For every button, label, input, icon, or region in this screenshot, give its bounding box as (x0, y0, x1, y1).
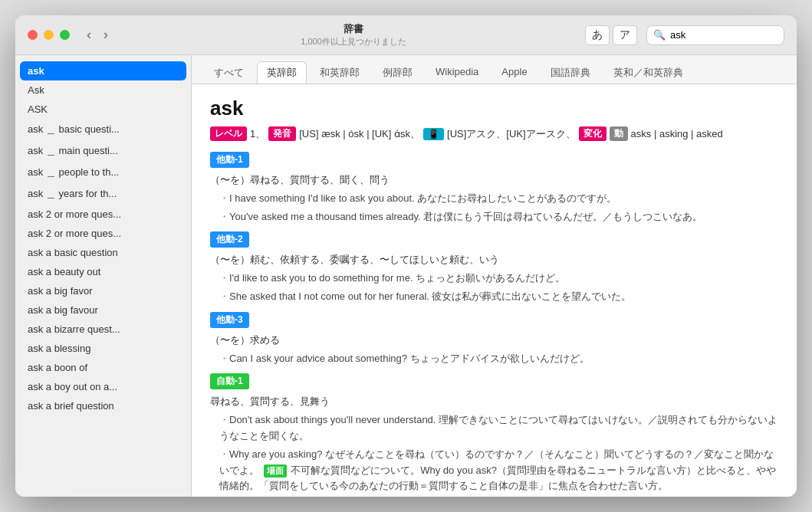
definition-tadou2: （〜を）頼む、依頼する、委嘱する、〜してほしいと頼む、いう (210, 252, 778, 268)
sidebar-item-ask-basic-question[interactable]: ask a basic question (15, 243, 191, 262)
maximize-button[interactable] (60, 30, 70, 40)
katakana-button[interactable]: ア (613, 25, 637, 45)
tab-eiwajiten[interactable]: 英和／和英辞典 (603, 61, 693, 84)
level-num: 1、 (250, 127, 265, 141)
pronunciation-text: [US] æsk | ósk | [UK] ɑ́sk、 (299, 127, 420, 141)
tab-reijiro[interactable]: 例辞郎 (373, 61, 422, 84)
sidebar-item-ask-years[interactable]: ask ＿ years for th... (15, 183, 191, 205)
content-area: ask Ask ASK ask ＿ basic questi... ask ＿ … (15, 55, 797, 497)
sidebar-item-ask-boy-out-on[interactable]: ask a boy out on a... (15, 377, 191, 396)
main-panel: すべて 英辞郎 和英辞郎 例辞郎 Wikipedia Apple 国語辞典 英和… (192, 55, 797, 497)
titlebar: ‹ › 辞書 1,000件以上見つかりました あ ア 🔍 ✕ (15, 15, 797, 55)
sidebar-item-ask[interactable]: ask (20, 61, 186, 80)
title-area: 辞書 1,000件以上見つかりました (122, 22, 585, 48)
sidebar-item-ask-basic-questi[interactable]: ask ＿ basic questi... (15, 119, 191, 140)
tabs-bar: すべて 英辞郎 和英辞郎 例辞郎 Wikipedia Apple 国語辞典 英和… (192, 55, 797, 84)
sidebar-item-ask-big-favour[interactable]: ask a big favour (15, 300, 191, 320)
section-header-tadou2: 他動-2 (210, 231, 249, 248)
sidebar-item-Ask[interactable]: Ask (15, 80, 191, 100)
sidebar-item-ask-blessing[interactable]: ask a blessing (15, 339, 191, 358)
window-title: 辞書 (344, 22, 363, 36)
definition-area: ask レベル 1、 発音 [US] æsk | ósk | [UK] ɑ́sk… (192, 84, 797, 497)
basho-badge: 場面 (264, 464, 287, 478)
close-button[interactable] (28, 30, 38, 40)
tab-all[interactable]: すべて (204, 61, 254, 84)
sidebar-item-ask-2-or-more-1[interactable]: ask 2 or more ques... (15, 205, 191, 224)
sidebar-item-ask-boon-of[interactable]: ask a boon of (15, 358, 191, 377)
example-tadou2-2: She asked that I not come out for her fu… (219, 289, 778, 305)
sidebar-item-ask-people-to-th[interactable]: ask ＿ people to th... (15, 162, 191, 183)
sidebar-item-ask-main-questi[interactable]: ask ＿ main questi... (15, 140, 191, 162)
sidebar-item-ask-bizarre-quest[interactable]: ask a bizarre quest... (15, 320, 191, 339)
back-button[interactable]: ‹ (82, 24, 96, 46)
search-icon: 🔍 (653, 29, 666, 41)
tab-wikipedia[interactable]: Wikipedia (426, 61, 488, 84)
window-subtitle: 1,000件以上見つかりました (301, 36, 406, 48)
section-header-tadou3: 他動-3 (210, 312, 249, 328)
sidebar: ask Ask ASK ask ＿ basic questi... ask ＿ … (15, 55, 192, 497)
definition-tadou1: （〜を）尋ねる、質問する、聞く、問う (210, 172, 778, 189)
tab-kokugo[interactable]: 国語辞典 (541, 61, 600, 84)
tab-waeijiro[interactable]: 和英辞郎 (310, 61, 370, 84)
forms-text: asks | asking | asked (631, 128, 723, 139)
change-badge: 変化 (579, 126, 607, 141)
sidebar-item-ASK[interactable]: ASK (15, 100, 191, 119)
traffic-lights (28, 30, 70, 40)
search-input[interactable] (670, 29, 797, 41)
example-tadou1-2: You've asked me a thousand times already… (219, 209, 778, 225)
minimize-button[interactable] (44, 30, 54, 40)
example-jidou1-2: Why are you asking? なぜそんなことを尋ね（てい）るのですか？… (219, 447, 778, 494)
app-window: ‹ › 辞書 1,000件以上見つかりました あ ア 🔍 ✕ ask Ask A… (15, 15, 797, 497)
level-row: レベル 1、 発音 [US] æsk | ósk | [UK] ɑ́sk、 📱 … (210, 126, 778, 141)
memory-badge: 📱 (423, 128, 444, 140)
tab-apple[interactable]: Apple (491, 61, 537, 84)
sidebar-item-ask-beauty-out[interactable]: ask a beauty out (15, 262, 191, 281)
entry-word: ask (210, 97, 778, 120)
pos-badge: 動 (610, 126, 628, 141)
definition-jidou1: 尋ねる、質問する、見舞う (210, 394, 778, 410)
hiragana-button[interactable]: あ (585, 25, 610, 45)
memory-text: [US]アスク、[UK]アースク、 (447, 127, 576, 141)
example-jidou1-1: Don't ask about things you'll never unde… (219, 412, 778, 445)
sidebar-item-ask-big-favor[interactable]: ask a big favor (15, 281, 191, 300)
sidebar-item-ask-brief-question[interactable]: ask a brief question (15, 396, 191, 415)
search-box: 🔍 ✕ (646, 25, 784, 45)
level-badge: レベル (210, 126, 247, 141)
pronunciation-badge: 発音 (268, 126, 296, 141)
definition-tadou3: （〜を）求める (210, 333, 778, 349)
forward-button[interactable]: › (99, 24, 113, 46)
nav-buttons: ‹ › (82, 24, 113, 46)
tab-eijiro[interactable]: 英辞郎 (257, 61, 307, 84)
example-tadou2-1: I'd like to ask you to do something for … (219, 271, 778, 287)
example-tadou3-1: Can I ask your advice about something? ち… (219, 351, 778, 367)
section-header-jidou1: 自動-1 (210, 373, 249, 389)
sidebar-item-ask-2-or-more-2[interactable]: ask 2 or more ques... (15, 224, 191, 243)
section-header-tadou1: 他動-1 (210, 152, 249, 168)
kana-buttons: あ ア (585, 25, 637, 45)
example-tadou1-1: I have something I'd like to ask you abo… (219, 191, 778, 207)
